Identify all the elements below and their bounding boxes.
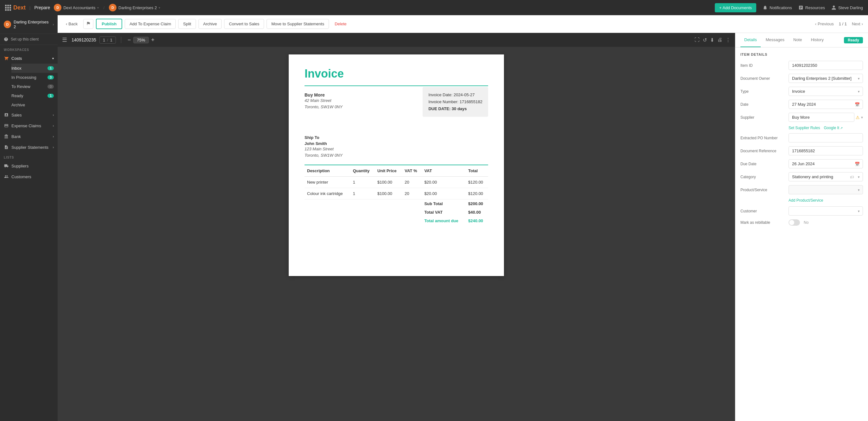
sidebar-item-supplier-statements[interactable]: Supplier Statements › [0, 142, 58, 153]
download-icon[interactable]: ⬇ [710, 37, 714, 43]
sidebar-item-bank[interactable]: Bank › [0, 131, 58, 142]
prev-chevron-icon: ‹ [815, 22, 816, 26]
top-nav: Dext | Prepare D Dext Accountants ▾ / D … [0, 0, 868, 15]
type-label: Type [740, 89, 785, 94]
row-desc: Colour ink cartridge [305, 188, 350, 200]
tab-history[interactable]: History [807, 33, 827, 47]
sidebar-item-ready[interactable]: Ready 1 [11, 91, 58, 100]
sidebar-item-costs[interactable]: Costs ▾ [0, 53, 58, 64]
archive-button[interactable]: Archive [198, 19, 222, 29]
col-total: Total [466, 165, 488, 177]
product-service-select[interactable] [788, 185, 863, 194]
split-button[interactable]: Split [178, 19, 196, 29]
category-select-wrap: 🏷 [788, 172, 863, 181]
client-selector[interactable]: D Darling Enterprises 2 › [0, 15, 58, 34]
notifications-button[interactable]: Notifications [763, 5, 792, 10]
back-chevron-icon: ‹ [66, 22, 67, 26]
move-to-supplier-statements-button[interactable]: Move to Supplier Statements [267, 19, 329, 29]
date-calendar-icon: 📅 [855, 102, 860, 107]
item-id-input[interactable] [788, 61, 863, 70]
next-button[interactable]: Next › [852, 22, 863, 26]
tab-note[interactable]: Note [789, 33, 806, 47]
back-button[interactable]: ‹ Back [63, 20, 81, 28]
tab-messages[interactable]: Messages [762, 33, 788, 47]
next-label: Next [852, 22, 860, 26]
supplier-input[interactable] [788, 113, 855, 122]
sidebar-item-expense-claims[interactable]: Expense Claims › [0, 120, 58, 131]
col-vat-pct: VAT % [402, 165, 422, 177]
doc-ref-value [788, 146, 863, 155]
setup-client-link[interactable]: Set up this client [0, 34, 58, 45]
resources-button[interactable]: Resources [798, 5, 825, 10]
sidebar-item-to-review[interactable]: To Review 0 [11, 82, 58, 91]
sidebar-item-sales[interactable]: Sales › [0, 110, 58, 120]
table-row: New printer 1 $100.00 20 $20.00 $120.00 [305, 177, 488, 188]
row-total: $120.00 [466, 188, 488, 200]
customer-select[interactable] [788, 206, 863, 216]
sidebar-item-in-processing[interactable]: In Processing 3 [11, 73, 58, 82]
costs-submenu: Inbox 1 In Processing 3 To Review 0 Read… [0, 64, 58, 110]
subtotal-label: Sub Total [422, 200, 466, 208]
sidebar-item-suppliers[interactable]: Suppliers [0, 160, 58, 171]
zoom-in-button[interactable]: + [150, 37, 156, 43]
info-number: Invoice Number: 1716855182 [428, 98, 483, 106]
flag-button[interactable] [83, 19, 93, 29]
zoom-out-button[interactable]: − [126, 37, 132, 43]
supplier-dropdown-icon[interactable]: ▾ [861, 115, 863, 120]
ship-addr2: Toronto, SW1W 0NY [305, 152, 488, 158]
category-field: Category 🏷 [740, 172, 863, 181]
sales-label: Sales [11, 113, 22, 117]
doc-owner-label: Document Owner [740, 76, 785, 81]
table-row: Colour ink cartridge 1 $100.00 20 $20.00… [305, 188, 488, 200]
resources-label: Resources [805, 5, 825, 10]
doc-owner-select[interactable] [788, 74, 863, 83]
info-due: DUE DATE: 30 days [428, 106, 483, 112]
print-icon[interactable]: 🖨 [717, 37, 722, 43]
viewer-menu-icon[interactable]: ☰ [62, 36, 67, 43]
extracted-po-input[interactable] [788, 133, 863, 143]
account1-selector[interactable]: D Dext Accountants ▾ [54, 4, 99, 11]
add-documents-button[interactable]: + Add Documents [715, 3, 756, 12]
add-to-expense-button[interactable]: Add To Expense Claim [125, 19, 176, 29]
more-options-icon[interactable]: ⋮ [725, 37, 731, 43]
doc-owner-field: Document Owner [740, 74, 863, 83]
type-select[interactable] [788, 87, 863, 96]
date-value: 📅 [788, 100, 863, 109]
suppliers-label: Suppliers [11, 164, 29, 169]
due-date-calendar-icon: 📅 [855, 161, 860, 166]
doc-ref-input[interactable] [788, 146, 863, 155]
rotate-icon[interactable]: ↺ [703, 37, 707, 43]
tab-details[interactable]: Details [740, 33, 761, 47]
sidebar-item-archive[interactable]: Archive [11, 100, 58, 110]
sidebar-item-inbox[interactable]: Inbox 1 [11, 64, 58, 73]
main-layout: D Darling Enterprises 2 › Set up this cl… [0, 15, 868, 421]
supplier-warning-icon: ⚠ [856, 115, 860, 120]
fit-page-icon[interactable]: ⛶ [694, 37, 700, 43]
row-vat-pct: 20 [402, 177, 422, 188]
previous-button[interactable]: ‹ Previous [815, 22, 834, 26]
add-product-service-link[interactable]: Add Product/Service [788, 198, 863, 203]
grand-total-label: Total amount due [422, 216, 466, 225]
costs-collapse-icon: ▾ [52, 57, 54, 60]
doc-number: 1409120235 [71, 37, 96, 42]
delete-button[interactable]: Delete [332, 19, 350, 29]
set-supplier-rules-link[interactable]: Set Supplier Rules [788, 126, 820, 130]
account2-selector[interactable]: D Darling Enterprises 2 ▾ [109, 4, 160, 11]
doc-owner-select-wrap [788, 74, 863, 83]
sales-icon [4, 112, 9, 117]
publish-button[interactable]: Publish [96, 19, 122, 29]
date-input[interactable] [788, 100, 863, 109]
sales-collapse-icon: › [53, 113, 54, 117]
info-date: Invoice Date: 2024-05-27 [428, 91, 483, 98]
google-it-link[interactable]: Google It [824, 126, 842, 130]
due-date-input[interactable] [788, 159, 863, 169]
mark-rebillable-toggle[interactable] [788, 219, 800, 226]
supplier-input-row: ⚠ ▾ [788, 113, 863, 122]
convert-to-sales-button[interactable]: Convert to Sales [224, 19, 264, 29]
page-current: 1 [103, 38, 105, 42]
sidebar: D Darling Enterprises 2 › Set up this cl… [0, 15, 58, 421]
customers-label: Customers [11, 174, 31, 179]
sidebar-item-customers[interactable]: Customers [0, 171, 58, 182]
invoice-page: Invoice Buy More 42 Main Street Toronto,… [289, 55, 504, 276]
user-menu[interactable]: Steve Darling [831, 5, 863, 10]
